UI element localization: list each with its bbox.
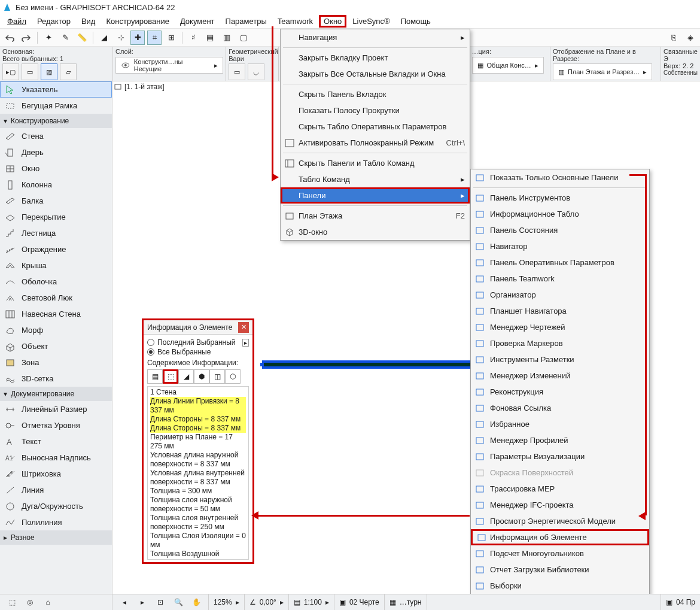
panel-item[interactable]: Проверка Маркеров bbox=[471, 335, 649, 351]
element-info-panel[interactable]: Информация о Элементе ✕ Последний Выбран… bbox=[142, 318, 254, 564]
menu-show-scroll[interactable]: Показать Полосу Прокрутки bbox=[281, 102, 470, 119]
view2-icon[interactable]: ◈ bbox=[683, 31, 698, 45]
tool-arc[interactable]: Дуга/Окружность bbox=[0, 498, 112, 514]
pan-hand-icon[interactable]: ✋ bbox=[189, 595, 203, 609]
menu-panels[interactable]: Панели▸ bbox=[281, 187, 470, 204]
menu-hide-tabs[interactable]: Скрыть Панель Вкладок bbox=[281, 86, 470, 102]
panel-item[interactable]: Параметры Визуализации bbox=[471, 448, 649, 465]
panel-item[interactable]: Планшет Навигатора bbox=[471, 303, 649, 319]
geom-straight-icon[interactable]: ▭ bbox=[229, 63, 245, 80]
tool-pointer[interactable]: Указатель bbox=[0, 81, 112, 98]
box-icon[interactable]: ▢ bbox=[236, 31, 251, 45]
panel-item[interactable]: Фоновая Ссылка bbox=[471, 400, 649, 416]
zoom-fit-icon[interactable]: ⊡ bbox=[153, 595, 168, 609]
wall-mode-icon[interactable]: ▨ bbox=[41, 63, 57, 80]
zoom-in-icon[interactable]: 🔍 bbox=[171, 595, 185, 609]
snap1-icon[interactable]: ⊹ bbox=[114, 31, 128, 45]
tool-mesh[interactable]: 3D-сетка bbox=[0, 371, 112, 387]
menu-view[interactable]: Вид bbox=[77, 15, 101, 28]
menu-help[interactable]: Помощь bbox=[396, 15, 436, 28]
view-tab[interactable]: [1. 1-й этаж] bbox=[114, 83, 165, 91]
pointer-mode-icon[interactable]: ▸▢ bbox=[2, 63, 19, 80]
menu-fullscreen[interactable]: Активировать Полноэкранный РежимCtrl+\ bbox=[281, 135, 470, 151]
panel-item[interactable]: Панель Оперативных Параметров bbox=[471, 254, 649, 271]
tool-level[interactable]: Отметка Уровня bbox=[0, 417, 112, 433]
toolbox-header-document[interactable]: ▾Документирование bbox=[0, 387, 112, 401]
tab-volume-icon[interactable]: ⬢ bbox=[194, 369, 209, 384]
tool-object[interactable]: Объект bbox=[0, 338, 112, 354]
tool-fill[interactable]: Штриховка bbox=[0, 466, 112, 482]
snap3-icon[interactable]: ⌗ bbox=[147, 31, 162, 45]
tab-area-icon[interactable]: ◢ bbox=[178, 369, 194, 384]
panel-item[interactable]: Панель Teamwork bbox=[471, 271, 649, 287]
menu-file[interactable]: Файл bbox=[2, 15, 31, 28]
close-icon[interactable]: ✕ bbox=[238, 322, 249, 333]
snap4-icon[interactable]: ⊞ bbox=[164, 31, 178, 45]
tab-general-icon[interactable]: ▤ bbox=[147, 369, 163, 384]
tool-zone[interactable]: Зона bbox=[0, 354, 112, 371]
toolbox-header-misc[interactable]: ▸Разное bbox=[0, 530, 112, 545]
menu-edit[interactable]: Редактор bbox=[32, 15, 75, 28]
construction-selector[interactable]: ▦ Общая Конс… ▸ bbox=[472, 57, 544, 74]
chevron-right-icon[interactable]: ▸ bbox=[242, 339, 249, 347]
panel-item[interactable]: Отчет Загрузки Библиотеки bbox=[471, 562, 649, 578]
tab-dimensions-icon[interactable]: ⬚ bbox=[163, 369, 178, 384]
tab-cube-icon[interactable]: ◫ bbox=[209, 369, 225, 384]
menu-hide-quick[interactable]: Скрыть Табло Оперативных Параметров bbox=[281, 119, 470, 135]
panel-item[interactable]: Инструменты Разметки bbox=[471, 351, 649, 368]
display-selector[interactable]: ▥ План Этажа и Разрез… ▸ bbox=[553, 63, 652, 80]
nav-next-icon[interactable]: ▸ bbox=[135, 595, 150, 609]
view1-icon[interactable]: ⎘ bbox=[666, 31, 681, 45]
tool-dimension[interactable]: Линейный Размер bbox=[0, 401, 112, 417]
tool-curtainwall[interactable]: Навесная Стена bbox=[0, 306, 112, 322]
menu-floorplan[interactable]: План ЭтажаF2 bbox=[281, 208, 470, 224]
menu-document[interactable]: Документ bbox=[175, 15, 220, 28]
tool-column[interactable]: Колонна bbox=[0, 177, 112, 193]
angle-icon[interactable]: ◢ bbox=[97, 31, 111, 45]
pencil-icon[interactable]: ✎ bbox=[58, 31, 72, 45]
panel-item[interactable]: Просмотр Энергетической Модели bbox=[471, 513, 649, 529]
menu-livesync[interactable]: LiveSync® bbox=[348, 15, 394, 28]
tool-window[interactable]: Окно bbox=[0, 160, 112, 177]
view-name[interactable]: ▣02 Черте bbox=[334, 594, 385, 610]
status-orbit-icon[interactable]: ◎ bbox=[23, 595, 37, 609]
doc-ext[interactable]: ▦…турн bbox=[385, 594, 427, 610]
redo-icon[interactable] bbox=[19, 31, 34, 45]
panel-item[interactable]: Подсчет Многоугольников bbox=[471, 545, 649, 562]
tab-other-icon[interactable]: ⬡ bbox=[225, 369, 241, 384]
element-info-header[interactable]: Информация о Элементе ✕ bbox=[144, 320, 252, 335]
menu-navigation[interactable]: Навигация▸ bbox=[281, 29, 470, 45]
menu-teamwork[interactable]: Teamwork bbox=[273, 15, 318, 28]
menu-design[interactable]: Конструирование bbox=[101, 15, 174, 28]
tool-railing[interactable]: Ограждение bbox=[0, 241, 112, 257]
tool-wall[interactable]: Стена bbox=[0, 128, 112, 144]
panel-item[interactable]: Реконструкция bbox=[471, 384, 649, 400]
panel-item[interactable]: Менеджер Профилей bbox=[471, 432, 649, 448]
layers-icon[interactable]: ▤ bbox=[203, 31, 217, 45]
menu-command-bars[interactable]: Табло Команд▸ bbox=[281, 171, 470, 187]
view-right[interactable]: ▣04 Пр bbox=[661, 594, 700, 610]
zoom-level[interactable]: 125%▸ bbox=[209, 594, 245, 610]
panel-item[interactable]: Информация об Элементе bbox=[471, 529, 649, 545]
panel-item[interactable]: Навигатор bbox=[471, 238, 649, 254]
menu-options[interactable]: Параметры bbox=[221, 15, 272, 28]
tool-beam[interactable]: Балка bbox=[0, 193, 112, 209]
menu-hide-panels[interactable]: Скрыть Панели и Табло Команд bbox=[281, 155, 470, 171]
radio-last-selected[interactable]: Последний Выбранный▸ bbox=[147, 338, 249, 347]
tool-stair[interactable]: Лестница bbox=[0, 225, 112, 241]
layer-selector[interactable]: Конструкти…ны Несущие ▸ bbox=[115, 57, 223, 74]
tool-marquee[interactable]: Бегущая Рамка bbox=[0, 98, 112, 114]
wand-icon[interactable]: ✦ bbox=[41, 31, 56, 45]
menubar[interactable]: Файл Редактор Вид Конструирование Докуме… bbox=[0, 14, 700, 29]
tool-label[interactable]: A1Выносная Надпись bbox=[0, 450, 112, 466]
snap2-icon[interactable]: ✚ bbox=[130, 31, 145, 45]
tool-roof[interactable]: Крыша bbox=[0, 257, 112, 274]
nav-prev-icon[interactable]: ◂ bbox=[117, 595, 132, 609]
tool-polyline[interactable]: Полилиния bbox=[0, 514, 112, 530]
toolbox-header-design[interactable]: ▾Конструирование bbox=[0, 114, 112, 128]
panel-item[interactable]: Панель Состояния bbox=[471, 222, 649, 238]
tool-skylight[interactable]: Световой Люк bbox=[0, 290, 112, 306]
status-home-icon[interactable]: ⌂ bbox=[41, 595, 55, 609]
angle-display[interactable]: ∠0,00°▸ bbox=[245, 594, 289, 610]
tool-line[interactable]: Линия bbox=[0, 482, 112, 498]
